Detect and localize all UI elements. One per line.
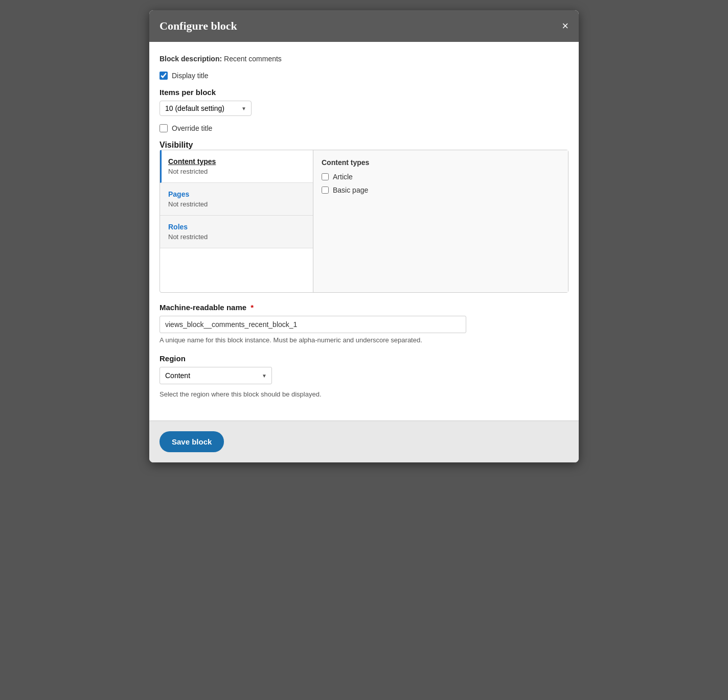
items-per-block-section: Items per block 10 (default setting) 5 1… bbox=[160, 88, 568, 116]
block-description-value: Recent comments bbox=[224, 55, 282, 63]
required-star: * bbox=[251, 303, 254, 312]
block-description: Block description: Recent comments bbox=[160, 55, 282, 63]
region-help: Select the region where this block shoul… bbox=[160, 390, 568, 398]
machine-name-label-text: Machine-readable name bbox=[160, 303, 246, 312]
save-block-button[interactable]: Save block bbox=[160, 431, 224, 452]
basic-page-option: Basic page bbox=[322, 186, 560, 194]
display-title-label: Display title bbox=[172, 72, 209, 80]
tab-pages-desc: Not restricted bbox=[168, 200, 305, 208]
items-per-block-select[interactable]: 10 (default setting) 5 15 20 bbox=[160, 101, 252, 116]
tab-pages-label: Pages bbox=[168, 190, 305, 198]
modal-title: Configure block bbox=[160, 19, 237, 33]
modal-footer: Save block bbox=[149, 421, 579, 462]
items-per-block-wrapper: 10 (default setting) 5 15 20 bbox=[160, 101, 252, 116]
close-button[interactable]: × bbox=[562, 20, 568, 32]
override-title-row: Override title bbox=[160, 124, 568, 132]
region-label: Region bbox=[160, 354, 568, 363]
visibility-label: Visibility bbox=[160, 141, 193, 149]
region-select-wrapper: Content Header Footer Sidebar bbox=[160, 367, 272, 384]
machine-name-label: Machine-readable name * bbox=[160, 303, 568, 312]
visibility-container: Content types Not restricted Pages Not r… bbox=[160, 150, 568, 293]
visibility-content-area: Content types Article Basic page bbox=[313, 150, 568, 292]
tab-roles-desc: Not restricted bbox=[168, 233, 305, 241]
machine-name-help: A unique name for this block instance. M… bbox=[160, 336, 568, 344]
items-per-block-label: Items per block bbox=[160, 88, 568, 97]
override-title-checkbox[interactable] bbox=[160, 124, 168, 132]
block-description-label: Block description: bbox=[160, 55, 222, 63]
machine-name-input[interactable] bbox=[160, 316, 466, 333]
modal-body: Block description: Recent comments Displ… bbox=[149, 42, 579, 421]
tab-content-types-desc: Not restricted bbox=[168, 168, 305, 175]
visibility-tab-content-types[interactable]: Content types Not restricted bbox=[160, 150, 313, 183]
basic-page-checkbox[interactable] bbox=[322, 186, 329, 194]
article-label: Article bbox=[333, 173, 353, 181]
display-title-checkbox[interactable] bbox=[160, 72, 168, 80]
article-checkbox[interactable] bbox=[322, 173, 329, 180]
block-description-row: Block description: Recent comments bbox=[160, 54, 568, 63]
machine-name-section: Machine-readable name * A unique name fo… bbox=[160, 303, 568, 344]
region-section: Region Content Header Footer Sidebar Sel… bbox=[160, 354, 568, 398]
configure-block-modal: Configure block × Block description: Rec… bbox=[149, 10, 579, 462]
region-select[interactable]: Content Header Footer Sidebar bbox=[160, 367, 272, 384]
visibility-section: Visibility Content types Not restricted … bbox=[160, 141, 568, 293]
visibility-tabs: Content types Not restricted Pages Not r… bbox=[160, 150, 313, 292]
modal-header: Configure block × bbox=[149, 10, 579, 42]
visibility-tab-roles[interactable]: Roles Not restricted bbox=[160, 216, 313, 248]
display-title-row: Display title bbox=[160, 72, 568, 80]
tab-content-types-label: Content types bbox=[168, 157, 305, 166]
visibility-tab-pages[interactable]: Pages Not restricted bbox=[160, 183, 313, 216]
content-types-section-title: Content types bbox=[322, 158, 560, 167]
basic-page-label: Basic page bbox=[333, 186, 368, 194]
article-option: Article bbox=[322, 173, 560, 181]
tab-roles-label: Roles bbox=[168, 223, 305, 231]
override-title-label: Override title bbox=[172, 124, 212, 132]
